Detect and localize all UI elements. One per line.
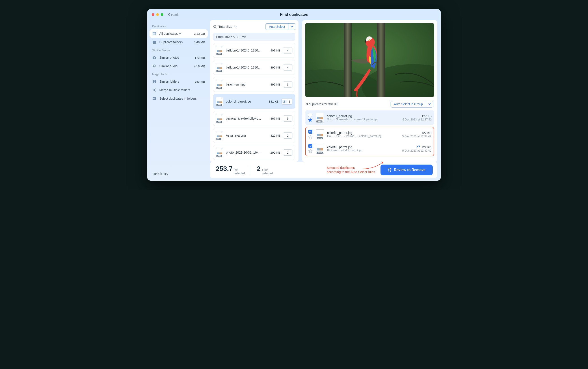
group-header: From 100 KB to 1 MB: [213, 33, 295, 41]
annotation-highlight-rows: JPEGcolorful_parrot.jpgDo…›Scr…›Parrot…›…: [305, 127, 434, 156]
sidebar-item-similar-audio[interactable]: Similar audio 90.6 MB: [149, 62, 208, 70]
traffic-lights: [152, 13, 163, 16]
file-type-icon: JPEG: [216, 63, 223, 72]
duplicate-path: Do…›Scr…›Parrot…›colorful_parrot.jpg: [327, 134, 399, 138]
sidebar-item-size: 6.46 MB: [194, 41, 205, 44]
svg-rect-14: [344, 23, 352, 97]
count-badge: 5: [283, 115, 293, 122]
zoom-window[interactable]: [161, 13, 163, 16]
search-icon: [213, 25, 217, 29]
checkbox[interactable]: [308, 130, 312, 134]
duplicate-size: 127 KB: [421, 145, 431, 149]
duplicate-path: Pictures›colorful_parrot.jpg: [327, 149, 399, 152]
duplicate-row[interactable]: JPEGcolorful_parrot.jpgPictures›colorful…: [306, 142, 434, 156]
sidebar-item-duplicate-folders[interactable]: Duplicate folders 6.46 MB: [149, 38, 208, 46]
svg-rect-15: [377, 23, 385, 97]
selected-files-metric: 2 Filesselected: [251, 165, 279, 175]
selected-files-value: 2: [257, 165, 261, 172]
image-preview[interactable]: [305, 23, 434, 97]
file-list-item[interactable]: JPEGballoon-1430246_1280....407 KB4: [213, 43, 295, 58]
file-size: 322 KB: [268, 134, 280, 137]
file-list-item[interactable]: JPEGbeach-sun.jpg395 KB3: [213, 77, 295, 92]
duplicate-name: colorful_parrot.jpg: [327, 131, 399, 134]
alias-icon: [417, 145, 420, 149]
selected-files-unit: Filesselected: [262, 168, 273, 175]
favorite-star[interactable]: [308, 149, 313, 153]
brand-logo: nektony: [149, 167, 208, 177]
compare-icon: [152, 79, 157, 84]
duplicate-row[interactable]: JPEGcolorful_parrot.jpgDo…›Screenshot…›c…: [305, 110, 434, 125]
svg-line-10: [216, 27, 216, 28]
selected-size-metric: 253.7 KBselected: [210, 165, 251, 175]
count-badge: 4: [283, 47, 293, 53]
file-size: 395 KB: [268, 83, 280, 86]
file-list-item[interactable]: JPEGpanoramica-de-hollywo...367 KB5: [213, 111, 295, 126]
sidebar-item-label: Select duplicates in folders: [159, 97, 205, 100]
favorite-star[interactable]: [308, 118, 312, 122]
file-type-icon: PNG: [216, 131, 223, 140]
sidebar-item-size: 2.33 GB: [194, 32, 205, 35]
duplicates-summary: 3 duplicates for 381 KB: [306, 102, 339, 106]
count-badge: 3: [283, 81, 293, 88]
sidebar: Duplicates All duplicates 2.33 GB Duplic…: [147, 20, 210, 181]
footer-bar: 253.7 KBselected 2 Filesselected Selecte…: [210, 162, 437, 178]
file-type-icon: JPEG: [316, 144, 324, 154]
chevron-left-icon: [168, 13, 170, 16]
sidebar-item-all-duplicates[interactable]: All duplicates 2.33 GB: [149, 29, 208, 38]
duplicate-row[interactable]: JPEGcolorful_parrot.jpgDo…›Scr…›Parrot…›…: [306, 127, 434, 142]
auto-select-in-group-button[interactable]: Auto Select in Group: [391, 101, 426, 107]
minimize-window[interactable]: [156, 13, 159, 16]
duplicate-meta: 127 KB5 Dec 2023 at 12:37:42: [402, 145, 431, 152]
count-badge: 23: [282, 98, 293, 104]
duplicates-header: 3 duplicates for 381 KB Auto Select in G…: [305, 101, 434, 110]
sidebar-item-label: Duplicate folders: [159, 40, 191, 44]
auto-select-dropdown[interactable]: [288, 23, 295, 30]
file-list-item[interactable]: JPEGphoto_2023-10-31_16-...299 KB2: [213, 145, 295, 160]
file-name: balloon-1430246_1280....: [226, 49, 265, 52]
file-type-icon: JPEG: [316, 129, 324, 139]
sidebar-item-similar-folders[interactable]: Similar folders 283 MB: [149, 77, 208, 86]
review-to-remove-button[interactable]: Review to Remove: [380, 164, 433, 175]
file-name: photo_2023-10-31_16-...: [226, 151, 265, 154]
file-size: 299 KB: [268, 151, 280, 154]
close-window[interactable]: [152, 13, 154, 16]
sidebar-item-size: 90.6 MB: [194, 64, 205, 68]
duplicate-meta: 127 KB5 Dec 2023 at 12:37:42: [402, 114, 431, 121]
titlebar: Back Find duplicates: [147, 9, 441, 20]
file-list-item[interactable]: PNGAsya_ava.png322 KB2: [213, 128, 295, 143]
app-body: Duplicates All duplicates 2.33 GB Duplic…: [147, 20, 441, 181]
sidebar-item-similar-photos[interactable]: Similar photos 173 MB: [149, 53, 208, 62]
file-type-icon: JPEG: [216, 148, 223, 157]
file-list-item[interactable]: JPEGcolorful_parrot.jpg381 KB23: [213, 94, 295, 109]
svg-point-6: [154, 57, 155, 58]
auto-select-button[interactable]: Auto Select: [266, 23, 288, 30]
duplicate-name: colorful_parrot.jpg: [327, 145, 399, 149]
list-header: Total Size Auto Select: [213, 23, 295, 33]
list-icon: [152, 31, 157, 36]
checkbox[interactable]: [308, 144, 312, 148]
duplicate-date: 5 Dec 2023 at 12:37:42: [402, 149, 431, 152]
check-square-icon: [152, 96, 157, 101]
svg-rect-5: [154, 56, 155, 57]
back-button[interactable]: Back: [168, 13, 178, 17]
sidebar-item-label: Merge multiple folders: [159, 88, 205, 92]
chevron-down-icon: [234, 26, 237, 28]
duplicate-path: Do…›Screenshot…›colorful_parrot.jpg: [327, 118, 399, 121]
svg-point-18: [369, 40, 370, 40]
auto-select-in-group-dropdown[interactable]: [426, 101, 433, 107]
favorite-star[interactable]: [308, 134, 313, 139]
file-type-icon: JPEG: [216, 46, 223, 55]
file-size: 395 KB: [268, 66, 280, 69]
file-list[interactable]: JPEGballoon-1430246_1280....407 KB4JPEGb…: [213, 43, 295, 162]
sidebar-item-merge-folders[interactable]: Merge multiple folders: [149, 86, 208, 94]
file-name: panoramica-de-hollywo...: [226, 117, 265, 120]
checkbox[interactable]: [308, 113, 312, 117]
file-list-item[interactable]: JPEGballoon-1430245_1280....395 KB4: [213, 60, 295, 75]
count-badge: 2: [283, 132, 293, 139]
columns: Total Size Auto Select From 100 KB to 1 …: [210, 20, 441, 162]
window-title: Find duplicates: [280, 12, 308, 17]
music-note-icon: [152, 64, 157, 68]
sort-dropdown[interactable]: Total Size: [213, 25, 237, 29]
sidebar-item-select-in-folders[interactable]: Select duplicates in folders: [149, 94, 208, 103]
auto-select-in-group-control: Auto Select in Group: [391, 101, 433, 107]
